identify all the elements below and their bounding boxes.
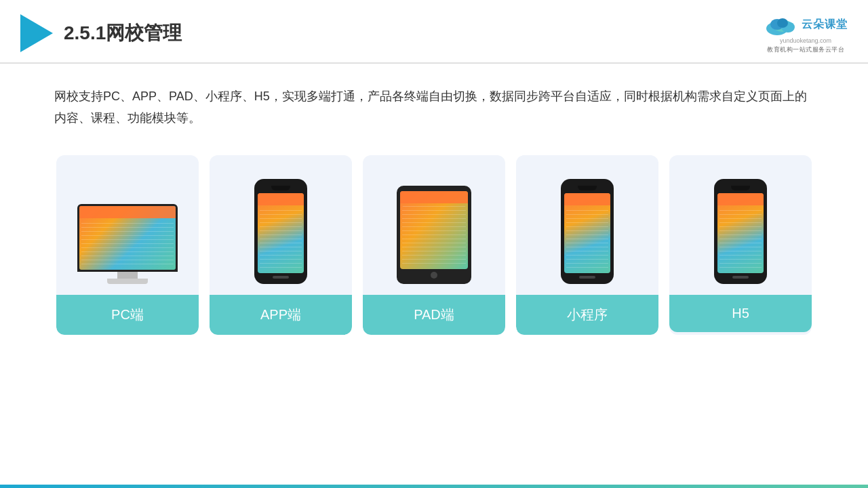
brand-url: yunduoketang.com xyxy=(780,37,831,44)
phone-h5-notch xyxy=(731,186,750,190)
bottom-accent-line xyxy=(0,485,868,488)
mini-label: 小程序 xyxy=(516,295,658,335)
pc-stand xyxy=(107,279,148,284)
brand-logo: 云朵课堂 yunduoketang.com 教育机构一站式服务云平台 xyxy=(764,12,848,54)
pc-base xyxy=(117,272,138,279)
pc-screen-outer xyxy=(77,204,178,272)
app-label: APP端 xyxy=(210,295,352,335)
pc-screen-inner xyxy=(79,206,176,270)
cloud-logo: 云朵课堂 xyxy=(764,12,848,37)
phone-mini-outer xyxy=(561,179,614,284)
description-section: 网校支持PC、APP、PAD、小程序、H5，实现多端打通，产品各终端自由切换，数… xyxy=(0,64,868,136)
pc-mockup xyxy=(70,169,185,284)
phone-home-bar xyxy=(273,276,289,279)
phone-notch xyxy=(271,186,290,190)
pc-monitor xyxy=(77,204,178,284)
mini-mockup xyxy=(530,169,645,284)
tablet-outer xyxy=(397,186,471,284)
mini-card: 小程序 xyxy=(516,155,658,335)
app-mockup xyxy=(223,169,338,284)
pad-mockup xyxy=(376,169,492,284)
h5-label: H5 xyxy=(669,295,812,332)
logo-triangle-icon xyxy=(20,14,53,52)
pc-label: PC端 xyxy=(56,295,199,335)
h5-card: H5 xyxy=(669,155,812,335)
phone-h5-screen xyxy=(717,193,764,273)
h5-screen-detail xyxy=(717,193,764,273)
brand-tagline: 教育机构一站式服务云平台 xyxy=(767,45,844,54)
pad-label: PAD端 xyxy=(363,295,505,335)
pad-card: PAD端 xyxy=(363,155,505,335)
tablet-screen xyxy=(400,191,468,269)
header-left: 2.5.1网校管理 xyxy=(20,14,182,52)
phone-h5-outer xyxy=(714,179,767,284)
device-cards: PC端 APP端 PAD端 xyxy=(0,136,868,335)
svg-point-4 xyxy=(777,18,788,28)
phone-h5-home-bar xyxy=(732,276,749,279)
cloud-icon xyxy=(764,12,799,37)
tablet-home xyxy=(431,272,437,279)
phone-screen xyxy=(258,193,304,273)
pad-screen-detail xyxy=(400,191,468,269)
description-text: 网校支持PC、APP、PAD、小程序、H5，实现多端打通，产品各终端自由切换，数… xyxy=(54,85,814,129)
phone-app-outer xyxy=(254,179,307,284)
app-card: APP端 xyxy=(210,155,352,335)
page-title: 2.5.1网校管理 xyxy=(64,20,182,46)
phone-mini-screen xyxy=(564,193,610,273)
phone-mini-home-bar xyxy=(579,276,595,279)
app-screen-detail xyxy=(258,193,304,273)
h5-mockup xyxy=(683,169,798,284)
pc-card: PC端 xyxy=(56,155,199,335)
header: 2.5.1网校管理 云朵课堂 yunduoketang.com 教育机构一站式服… xyxy=(0,0,868,64)
brand-name: 云朵课堂 xyxy=(802,18,848,32)
pc-screen-detail xyxy=(79,206,176,270)
phone-mini-notch xyxy=(578,186,597,190)
mini-screen-detail xyxy=(564,193,610,273)
